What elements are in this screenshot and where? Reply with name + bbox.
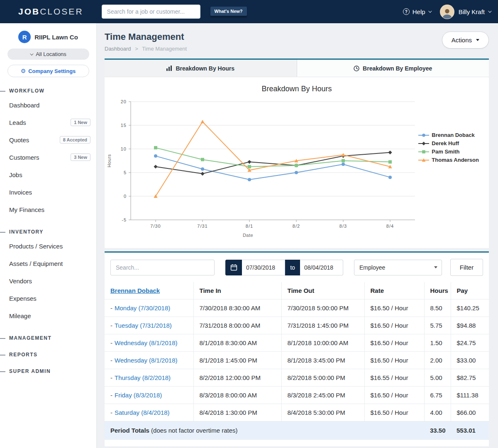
day-cell: -Tuesday (7/31/2018) (105, 317, 193, 334)
legend-item[interactable]: Derek Huff (418, 140, 479, 146)
date-to-input[interactable] (300, 260, 343, 275)
sidebar-item[interactable]: Products / Services (0, 237, 96, 255)
tab-label: Breakdown By Hours (176, 65, 234, 72)
bar-chart-icon (166, 66, 172, 71)
col-header-time-out: Time Out (281, 282, 364, 299)
sidebar-item-label: Products / Services (9, 243, 63, 250)
section-reports[interactable]: REPORTS (0, 352, 96, 358)
sidebar-item[interactable]: Invoices (0, 183, 96, 201)
actions-button[interactable]: Actions (442, 32, 489, 49)
section-management[interactable]: MANAGEMENT (0, 335, 96, 341)
day-link[interactable]: Wednesday (8/1/2018) (115, 339, 178, 346)
svg-text:8/4: 8/4 (386, 224, 394, 229)
day-dash: - (110, 392, 112, 399)
employee-link[interactable]: Brennan Doback (110, 287, 160, 294)
section-super-admin[interactable]: SUPER ADMIN (0, 368, 96, 374)
chart: Breakdown By Hours -5051015207/307/318/1… (105, 77, 489, 248)
legend-item[interactable]: Pam Smith (418, 149, 479, 155)
caret-down-icon (476, 39, 479, 41)
chart-panel: Breakdown By Hours Breakdown By Employee… (105, 58, 489, 248)
sidebar-item[interactable]: Assets / Equipment (0, 255, 96, 272)
tab-breakdown-by-employee[interactable]: Breakdown By Employee (297, 60, 489, 77)
date-from-input[interactable] (242, 260, 285, 275)
hours-cell: 5.75 (424, 317, 451, 334)
company-settings-button[interactable]: ⚙ Company Settings (7, 65, 89, 77)
day-link[interactable]: Friday (8/3/2018) (115, 392, 162, 399)
period-totals-row: Period Totals (does not factor overtime … (105, 421, 489, 440)
time-out-cell: 8/3/2018 2:45:00 PM (281, 387, 364, 404)
actions-label: Actions (452, 37, 472, 44)
svg-text:8/1: 8/1 (246, 224, 253, 229)
logo-text-light: CLOSER (40, 7, 83, 16)
sidebar-item-label: Leads (9, 119, 26, 126)
time-out-cell: 8/4/2018 5:30:00 PM (281, 404, 364, 421)
sidebar-item[interactable]: Jobs (0, 166, 96, 183)
day-cell: -Monday (7/30/2018) (105, 299, 193, 317)
sidebar-item[interactable]: Mileage (0, 307, 96, 324)
date-to-label: to (285, 260, 300, 275)
tab-breakdown-by-hours[interactable]: Breakdown By Hours (105, 60, 297, 77)
legend-item[interactable]: Thomas Anderson (418, 157, 479, 163)
table-search-input[interactable] (110, 260, 215, 275)
chevron-down-icon (488, 9, 491, 12)
calendar-icon (230, 264, 237, 271)
chevron-down-icon (428, 9, 432, 12)
breadcrumb-current: Time Management (142, 46, 187, 52)
filter-button[interactable]: Filter (450, 259, 483, 276)
legend-label: Derek Huff (432, 140, 459, 146)
legend-label: Thomas Anderson (432, 157, 479, 163)
legend-item[interactable]: Brennan Doback (418, 132, 479, 138)
time-in-cell: 8/4/2018 1:30:00 PM (193, 404, 281, 421)
time-out-cell: 7/30/2018 5:00:00 PM (281, 299, 364, 317)
time-in-cell: 8/2/2018 12:00:00 PM (193, 369, 281, 387)
day-dash: - (110, 357, 112, 364)
day-link[interactable]: Monday (7/30/2018) (115, 304, 170, 312)
day-dash: - (110, 304, 112, 312)
whats-new-button[interactable]: What's New? (210, 7, 247, 17)
global-search-input[interactable] (102, 5, 200, 19)
day-dash: - (110, 322, 112, 329)
sidebar-item-badge: 1 New (71, 119, 90, 126)
sidebar-item[interactable]: My Finances (0, 201, 96, 218)
svg-text:-5: -5 (122, 217, 127, 222)
sidebar-item[interactable]: Quotes 8 Accepted (0, 131, 96, 149)
timesheet-body: -Monday (7/30/2018) 7/30/2018 8:30:00 AM… (105, 299, 489, 421)
sidebar-item[interactable]: Dashboard (0, 96, 96, 114)
hours-cell: 1.50 (424, 334, 451, 352)
day-link[interactable]: Tuesday (7/31/2018) (115, 322, 172, 329)
company-name: RIIPL Lawn Co (34, 34, 78, 41)
svg-text:8/2: 8/2 (293, 224, 300, 229)
sidebar-item[interactable]: Vendors (0, 272, 96, 290)
help-menu[interactable]: ? Help (403, 8, 431, 15)
timesheet-row: -Thursday (8/2/2018) 8/2/2018 12:00:00 P… (105, 369, 489, 387)
time-out-cell: 8/2/2018 5:00:00 PM (281, 369, 364, 387)
col-header-time-in: Time In (193, 282, 281, 299)
sidebar-item[interactable]: Expenses (0, 290, 96, 307)
svg-text:20: 20 (121, 99, 127, 104)
legend-marker-icon (418, 158, 429, 163)
sidebar-item-label: Mileage (9, 312, 31, 319)
day-cell: -Saturday (8/4/2018) (105, 404, 193, 421)
sidebar-item[interactable]: Leads 1 New (0, 114, 96, 131)
calendar-button[interactable] (225, 260, 242, 275)
chart-title: Breakdown By Hours (105, 85, 489, 93)
app-logo[interactable]: JOBCLOSER (18, 7, 83, 17)
day-link[interactable]: Wednesday (8/1/2018) (115, 357, 178, 364)
employee-select[interactable]: Employee (354, 260, 442, 275)
breadcrumb-dashboard[interactable]: Dashboard (105, 46, 131, 52)
col-header-pay: Pay (451, 282, 489, 299)
user-avatar[interactable] (440, 5, 454, 19)
legend-label: Pam Smith (432, 149, 459, 155)
svg-text:Hours: Hours (107, 154, 112, 168)
day-link[interactable]: Saturday (8/4/2018) (115, 409, 170, 416)
sidebar-item[interactable]: Customers 3 New (0, 149, 96, 166)
locations-dropdown[interactable]: All Locations (7, 49, 89, 60)
svg-text:5: 5 (124, 170, 127, 175)
breadcrumb-separator: > (135, 46, 138, 52)
sidebar-item-label: Customers (9, 154, 39, 161)
user-menu[interactable]: Billy Kraft (440, 5, 491, 19)
inventory-nav: Products / Services Assets / Equipment V… (0, 237, 96, 324)
time-in-cell: 8/1/2018 8:30:00 AM (193, 334, 281, 352)
day-link[interactable]: Thursday (8/2/2018) (115, 374, 171, 381)
pay-cell: $33.00 (451, 352, 489, 369)
